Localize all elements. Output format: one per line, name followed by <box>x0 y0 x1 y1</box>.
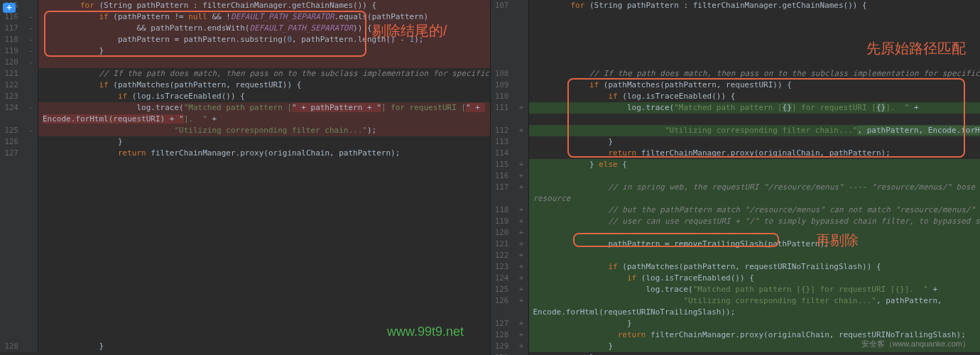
code-line[interactable] <box>0 295 490 307</box>
code-line[interactable] <box>0 261 490 273</box>
code-line[interactable]: 124+ if (log.isTraceEnabled()) { <box>491 273 981 284</box>
code-line[interactable]: 117- && pathPattern.endsWith(DEFAULT_PAT… <box>0 23 490 34</box>
diff-left-pane[interactable]: + 115 for (String pathPattern : filterCh… <box>0 0 491 355</box>
code-line[interactable]: 127+ } <box>491 318 981 329</box>
code-content: for (String pathPattern : filterChainMan… <box>529 0 981 11</box>
line-number <box>491 57 515 68</box>
code-line[interactable] <box>491 114 981 125</box>
code-line[interactable]: 121 // If the path does match, then pass… <box>0 68 490 80</box>
code-line[interactable]: 124- log.trace("Matched path pattern [" … <box>0 102 490 114</box>
code-line[interactable]: 113 } <box>491 136 981 148</box>
code-line[interactable] <box>0 204 490 216</box>
code-line[interactable]: 116- if (pathPattern != null && !DEFAULT… <box>0 11 490 23</box>
code-line[interactable]: 120- <box>0 57 490 68</box>
line-number: 115 <box>491 159 515 170</box>
code-line[interactable]: 122 if (pathMatches(pathPattern, request… <box>0 80 490 91</box>
code-line[interactable]: resource <box>491 193 981 204</box>
line-number <box>491 193 515 204</box>
code-line[interactable] <box>491 45 981 57</box>
line-number: 125 <box>491 284 515 295</box>
code-line[interactable] <box>0 307 490 318</box>
code-line[interactable]: 108 // If the path does match, then pass… <box>491 68 981 80</box>
diff-gutter: - <box>24 11 38 23</box>
diff-gutter <box>24 170 38 182</box>
code-line[interactable] <box>0 273 490 284</box>
code-line[interactable] <box>0 329 490 341</box>
code-line[interactable] <box>0 284 490 295</box>
code-line[interactable]: 122+ <box>491 250 981 261</box>
line-number: 117 <box>491 182 515 193</box>
code-line[interactable]: 121+ pathPattern = removeTrailingSlash(p… <box>491 239 981 250</box>
code-content: // user can use requestURI + "/" to simp… <box>529 216 981 227</box>
line-number: 120 <box>491 227 515 239</box>
code-line[interactable]: 123 if (log.isTraceEnabled()) { <box>0 91 490 102</box>
code-line[interactable]: 115 for (String pathPattern : filterChai… <box>0 0 490 11</box>
code-content <box>38 250 490 261</box>
code-line[interactable]: 126+ "Utilizing corresponding filter cha… <box>491 295 981 307</box>
code-line[interactable]: Encode.forHtml(requestURI) + "]. " + <box>0 114 490 125</box>
code-line[interactable]: 125+ log.trace("Matched path pattern [{}… <box>491 284 981 295</box>
code-content <box>529 170 981 182</box>
diff-gutter <box>24 284 38 295</box>
code-line[interactable]: 117+ // in spring web, the requestURI "/… <box>491 182 981 193</box>
code-content: } <box>38 45 490 57</box>
code-line[interactable]: 119- } <box>0 45 490 57</box>
code-line[interactable]: 126 } <box>0 136 490 148</box>
code-content <box>529 250 981 261</box>
code-line[interactable]: 120+ <box>491 227 981 239</box>
diff-gutter: + <box>515 295 529 307</box>
code-line[interactable] <box>0 250 490 261</box>
code-line[interactable]: Encode.forHtml(requestURINoTrailingSlash… <box>491 307 981 318</box>
code-line[interactable]: 130 } <box>491 352 981 355</box>
code-line[interactable] <box>0 318 490 329</box>
code-line[interactable]: 107 for (String pathPattern : filterChai… <box>491 0 981 11</box>
code-content: return filterChainManager.proxy(original… <box>38 148 490 159</box>
diff-right-pane[interactable]: 107 for (String pathPattern : filterChai… <box>491 0 981 355</box>
code-line[interactable] <box>0 193 490 204</box>
line-number: 122 <box>0 80 24 91</box>
line-number: 111 <box>491 102 515 114</box>
code-line[interactable]: 119+ // user can use requestURI + "/" to… <box>491 216 981 227</box>
code-line[interactable]: 125- "Utilizing corresponding filter cha… <box>0 125 490 136</box>
code-line[interactable] <box>0 227 490 239</box>
code-content: } <box>529 341 981 352</box>
diff-gutter <box>24 341 38 352</box>
code-content: if (pathMatches(pathPattern, requestURIN… <box>529 261 981 273</box>
code-line[interactable]: 111+ log.trace("Matched path pattern [{}… <box>491 102 981 114</box>
code-line[interactable]: 115+ } else { <box>491 159 981 170</box>
code-line[interactable] <box>491 11 981 23</box>
code-line[interactable]: 116+ <box>491 170 981 182</box>
code-line[interactable]: 112+ "Utilizing corresponding filter cha… <box>491 125 981 136</box>
code-line[interactable] <box>0 159 490 170</box>
line-number: 127 <box>491 318 515 329</box>
code-line[interactable] <box>0 182 490 193</box>
code-line[interactable]: 128 } <box>0 341 490 352</box>
diff-gutter: + <box>515 284 529 295</box>
line-number: 123 <box>0 91 24 102</box>
diff-gutter <box>24 91 38 102</box>
expand-icon[interactable]: + <box>3 3 16 13</box>
code-content <box>38 329 490 341</box>
code-line[interactable]: 127 return filterChainManager.proxy(orig… <box>0 148 490 159</box>
code-line[interactable] <box>0 170 490 182</box>
line-number <box>0 307 24 318</box>
code-line[interactable]: 123+ if (pathMatches(pathPattern, reques… <box>491 261 981 273</box>
line-number: 117 <box>0 23 24 34</box>
code-line[interactable]: 118- pathPattern = pathPattern.substring… <box>0 34 490 45</box>
code-line[interactable]: 128+ return filterChainManager.proxy(ori… <box>491 329 981 341</box>
diff-gutter <box>24 318 38 329</box>
code-line[interactable]: 110 if (log.isTraceEnabled()) { <box>491 91 981 102</box>
line-number: 121 <box>0 68 24 80</box>
code-line[interactable]: 129+ } <box>491 341 981 352</box>
diff-gutter: + <box>515 329 529 341</box>
code-line[interactable] <box>491 23 981 34</box>
code-line[interactable] <box>0 216 490 227</box>
code-line[interactable]: 114 return filterChainManager.proxy(orig… <box>491 148 981 159</box>
code-line[interactable]: 118+ // but the pathPattern match "/reso… <box>491 204 981 216</box>
code-line[interactable]: 109 if (pathMatches(pathPattern, request… <box>491 80 981 91</box>
code-line[interactable] <box>0 239 490 250</box>
diff-gutter <box>515 23 529 34</box>
code-line[interactable] <box>491 34 981 45</box>
code-line[interactable] <box>491 57 981 68</box>
code-content: return filterChainManager.proxy(original… <box>529 148 981 159</box>
